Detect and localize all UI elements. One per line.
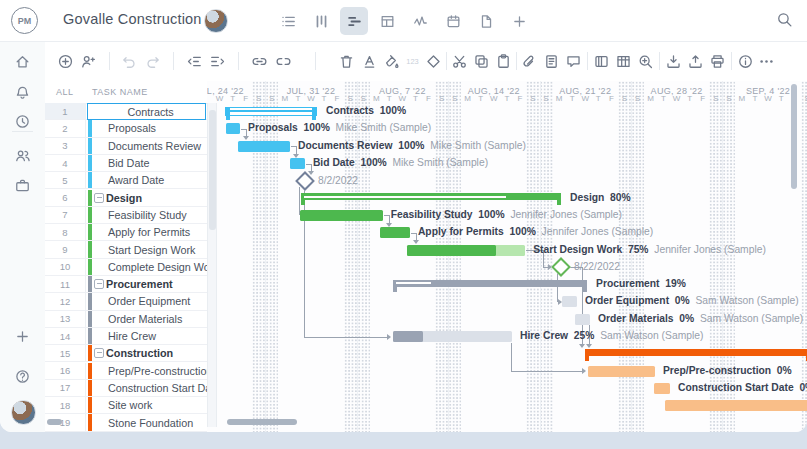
task-bar[interactable] [290, 158, 305, 169]
number-123-icon[interactable]: 123 [403, 52, 421, 70]
table-horizontal-scrollbar-thumb[interactable] [47, 419, 62, 425]
rail-item-portfolio[interactable] [13, 176, 31, 194]
top-bar: PM Govalle Construction [0, 0, 807, 42]
milestone-diamond[interactable] [551, 257, 571, 277]
notes-icon[interactable] [542, 52, 560, 70]
task-bar[interactable] [562, 296, 577, 307]
import-icon[interactable] [664, 52, 682, 70]
user-avatar[interactable] [11, 400, 36, 425]
task-name: Procurement [106, 278, 173, 290]
table-row[interactable]: 16Prep/Pre-construction [45, 363, 207, 380]
rail-item-team[interactable] [13, 146, 31, 164]
collapse-icon[interactable] [94, 348, 104, 358]
delete-icon[interactable] [337, 52, 355, 70]
comment-icon[interactable] [564, 52, 582, 70]
copy-icon[interactable] [472, 52, 490, 70]
table-row[interactable]: 15Construction [45, 345, 207, 362]
view-tab-view-sheet[interactable] [373, 7, 401, 35]
rail-item-timesheet[interactable] [13, 112, 31, 130]
more-icon[interactable] [757, 52, 775, 70]
task-bar[interactable] [300, 210, 383, 221]
rail-item-home[interactable] [13, 52, 31, 70]
link-tasks-icon[interactable] [250, 52, 268, 70]
gantt-chart[interactable]: JUL, 24 '22JUL, 31 '22AUG, 7 '22AUG, 14 … [207, 81, 807, 432]
view-tab-view-list[interactable] [274, 7, 302, 35]
selected-task-cell[interactable]: Contracts [87, 103, 206, 120]
task-bar[interactable] [407, 245, 525, 256]
task-bar[interactable] [575, 314, 590, 325]
summary-bar[interactable] [301, 193, 561, 200]
view-tab-view-page[interactable] [472, 7, 500, 35]
indent-icon[interactable] [208, 52, 226, 70]
fill-color-icon[interactable] [382, 52, 400, 70]
summary-bar[interactable] [393, 280, 587, 287]
search-icon[interactable] [776, 11, 793, 32]
table-row[interactable]: 2Proposals [45, 120, 207, 137]
task-bar[interactable] [665, 400, 807, 411]
add-task-icon[interactable] [56, 52, 74, 70]
outdent-icon[interactable] [185, 52, 203, 70]
table-row[interactable]: 18Site work [45, 397, 207, 414]
undo-icon[interactable] [120, 52, 138, 70]
unlink-tasks-icon[interactable] [274, 52, 292, 70]
paste-icon[interactable] [494, 52, 512, 70]
cut-icon[interactable] [450, 52, 468, 70]
table-row[interactable]: 6Design [45, 190, 207, 207]
table-row[interactable]: 14Hire Crew [45, 328, 207, 345]
table-row[interactable]: 10Complete Design Work [45, 259, 207, 276]
assign-user-icon[interactable] [79, 52, 97, 70]
rail-item-add[interactable] [13, 327, 31, 345]
font-color-icon[interactable] [360, 52, 378, 70]
table-row[interactable]: 8Apply for Permits [45, 224, 207, 241]
milestone-icon[interactable] [424, 52, 442, 70]
task-bar[interactable] [226, 123, 240, 134]
timeline-day-letter: M [281, 94, 288, 103]
rail-item-notifications[interactable] [13, 83, 31, 101]
table-row[interactable]: 17Construction Start Date [45, 380, 207, 397]
zoom-in-icon[interactable] [636, 52, 654, 70]
grid-icon[interactable] [614, 52, 632, 70]
attachment-icon[interactable] [520, 52, 538, 70]
table-row[interactable]: 1Contracts [45, 103, 207, 120]
table-row[interactable]: 13Order Materials [45, 311, 207, 328]
column-header-all[interactable]: ALL [56, 87, 74, 97]
table-row[interactable]: 7Feasibility Study [45, 207, 207, 224]
table-row[interactable]: 12Order Equipment [45, 293, 207, 310]
gantt-vertical-scrollbar-thumb[interactable] [791, 84, 797, 189]
table-row[interactable]: 19Stone Foundation [45, 414, 207, 431]
table-row[interactable]: 3Documents Review [45, 138, 207, 155]
collapse-icon[interactable] [94, 193, 104, 203]
project-title[interactable]: Govalle Construction [63, 11, 202, 27]
table-row[interactable]: 11Procurement [45, 276, 207, 293]
view-tab-view-board[interactable] [307, 7, 335, 35]
collapse-icon[interactable] [94, 279, 104, 289]
view-tab-view-activity[interactable] [406, 7, 434, 35]
pm-logo[interactable]: PM [11, 7, 38, 34]
task-bar[interactable] [238, 141, 290, 152]
table-scrollbar-thumb[interactable] [209, 110, 216, 230]
table-row[interactable]: 4Bid Date [45, 155, 207, 172]
view-tab-view-gantt[interactable] [340, 7, 368, 35]
table-row[interactable]: 9Start Design Work [45, 241, 207, 258]
task-bar[interactable] [654, 383, 670, 394]
task-bar[interactable] [380, 227, 410, 238]
task-name: Order Equipment [108, 295, 190, 307]
dependency-arrow [243, 136, 249, 140]
info-icon[interactable] [736, 52, 754, 70]
rail-item-help[interactable] [13, 367, 31, 385]
view-tab-add-view[interactable] [505, 7, 533, 35]
task-name: Apply for Permits [108, 226, 190, 238]
project-owner-avatar[interactable] [204, 9, 228, 33]
columns-icon[interactable] [592, 52, 610, 70]
task-bar[interactable] [393, 331, 512, 342]
view-tab-view-calendar[interactable] [439, 7, 467, 35]
task-bar[interactable] [588, 366, 655, 377]
redo-icon[interactable] [143, 52, 161, 70]
column-header-task-name[interactable]: TASK NAME [92, 87, 148, 97]
export-icon[interactable] [686, 52, 704, 70]
table-row[interactable]: 5Award Date [45, 172, 207, 189]
gantt-horizontal-scrollbar-thumb[interactable] [227, 419, 297, 425]
print-icon[interactable] [708, 52, 726, 70]
summary-bar[interactable] [225, 107, 317, 116]
summary-bar[interactable] [585, 349, 807, 356]
